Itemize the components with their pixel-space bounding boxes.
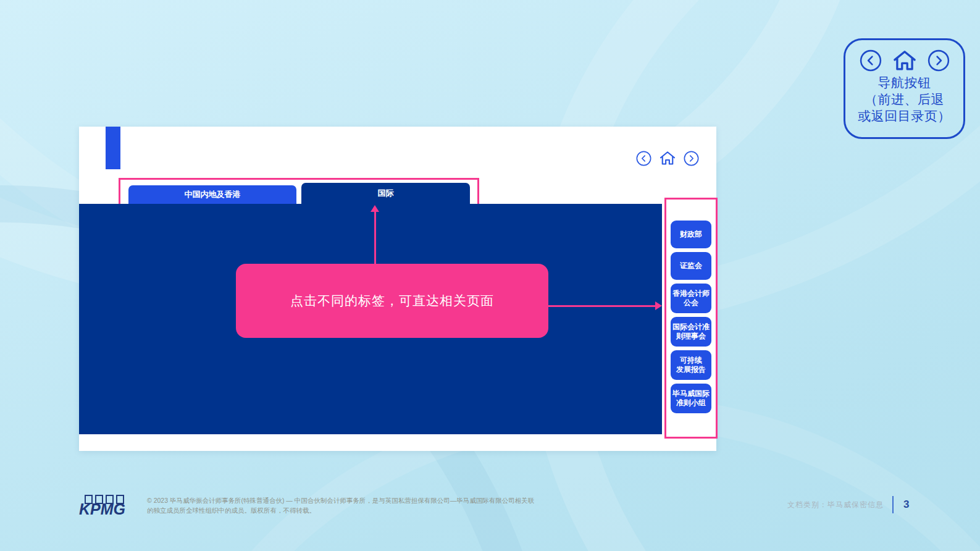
menu-item-mof[interactable]: 财政部 xyxy=(671,221,711,248)
chevron-right-circle-icon xyxy=(684,159,699,168)
arrow-to-tabs xyxy=(374,211,376,264)
chevron-left-circle-icon xyxy=(860,49,882,72)
doc-class-label: 文档类别：毕马威保密信息 xyxy=(787,500,884,510)
menu-item-label: 公会 xyxy=(684,298,698,308)
footer-divider xyxy=(892,496,894,513)
tab-china-mainland-hk[interactable]: 中国内地及香港 xyxy=(128,185,296,204)
menu-item-label: 准则小组 xyxy=(676,398,706,408)
footer-meta: 文档类别：毕马威保密信息 3 xyxy=(787,494,909,515)
side-menu: 财政部 证监会 香港会计师 公会 国际会计准 则理事会 可持续 发展报告 毕马威… xyxy=(671,221,711,413)
menu-item-kpmg-standards-group[interactable]: 毕马威国际 准则小组 xyxy=(671,384,711,413)
chevron-right-circle-icon xyxy=(928,49,950,72)
arrow-to-menu-head xyxy=(655,301,662,310)
nav-buttons-legend-callout: 导航按钮 （前进、后退 或返回目录页） xyxy=(844,38,965,139)
page-number: 3 xyxy=(903,498,909,511)
tip-callout: 点击不同的标签，可直达相关页面 xyxy=(236,264,548,338)
nav-legend-line2: （前进、后退 xyxy=(865,91,944,107)
menu-item-label: 香港会计师 xyxy=(672,289,710,298)
arrow-to-tabs-head xyxy=(371,205,379,212)
kpmg-logo-text: KPMG xyxy=(79,500,125,518)
tip-callout-text: 点击不同的标签，可直达相关页面 xyxy=(290,292,494,309)
title-accent-bar xyxy=(106,127,120,169)
copyright-line1: © 2023 毕马威华振会计师事务所(特殊普通合伙) — 中国合伙制会计师事务所… xyxy=(147,496,548,506)
chevron-left-circle-icon xyxy=(636,159,651,168)
slide-canvas: 中国内地及香港 国际 财政部 证监会 香港会计师 公会 国际会计准 则理事会 可… xyxy=(79,127,716,451)
menu-item-label: 毕马威国际 xyxy=(672,389,710,398)
nav-legend-icons xyxy=(860,47,950,74)
copyright-text: © 2023 毕马威华振会计师事务所(特殊普通合伙) — 中国合伙制会计师事务所… xyxy=(147,496,548,515)
arrow-to-menu xyxy=(548,305,657,307)
menu-item-label: 发展报告 xyxy=(676,365,706,374)
tab-international[interactable]: 国际 xyxy=(301,183,470,204)
copyright-line2: 的独立成员所全球性组织中的成员。版权所有，不得转载。 xyxy=(147,506,548,516)
nav-legend-line1: 导航按钮 xyxy=(878,74,931,91)
menu-item-label: 可持续 xyxy=(680,356,702,365)
back-button[interactable] xyxy=(636,151,651,168)
menu-item-label: 则理事会 xyxy=(676,332,706,341)
menu-item-csrc[interactable]: 证监会 xyxy=(671,252,711,280)
menu-item-label: 国际会计准 xyxy=(672,322,710,332)
home-icon xyxy=(658,160,677,169)
menu-item-label: 财政部 xyxy=(680,230,702,239)
menu-item-sustainability[interactable]: 可持续 发展报告 xyxy=(671,350,711,380)
kpmg-logo: KPMG xyxy=(79,494,128,519)
nav-legend-line3: 或返回目录页） xyxy=(858,107,951,124)
home-button[interactable] xyxy=(658,149,677,169)
slide-nav-buttons xyxy=(636,149,699,169)
menu-item-iasb[interactable]: 国际会计准 则理事会 xyxy=(671,317,711,347)
home-icon xyxy=(891,47,918,74)
menu-item-hkicpa[interactable]: 香港会计师 公会 xyxy=(671,284,711,313)
menu-item-label: 证监会 xyxy=(680,261,702,271)
forward-button[interactable] xyxy=(684,151,699,168)
